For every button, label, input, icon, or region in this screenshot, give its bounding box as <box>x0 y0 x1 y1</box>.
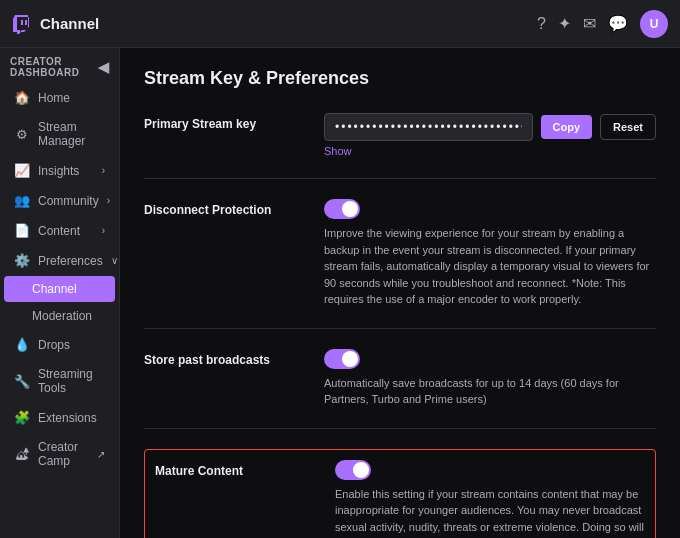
top-nav: Channel ? ✦ ✉ 💬 U <box>0 0 680 48</box>
chevron-icon: › <box>102 225 105 236</box>
sidebar-item-creator-camp[interactable]: 🏕 Creator Camp ↗ <box>4 433 115 475</box>
sidebar-item-label: Home <box>38 91 105 105</box>
store-broadcasts-toggle[interactable] <box>324 349 360 369</box>
sidebar-sub-item-moderation[interactable]: Moderation <box>4 303 115 329</box>
store-broadcasts-description: Automatically save broadcasts for up to … <box>324 375 656 408</box>
chevron-down-icon: ∨ <box>111 255 118 266</box>
reset-button[interactable]: Reset <box>600 114 656 140</box>
home-icon: 🏠 <box>14 90 30 105</box>
copy-button[interactable]: Copy <box>541 115 593 139</box>
avatar[interactable]: U <box>640 10 668 38</box>
setting-stream-key: Primary Stream key Copy Reset Show <box>144 113 656 179</box>
disconnect-content: Improve the viewing experience for your … <box>324 199 656 308</box>
svg-rect-0 <box>25 20 27 25</box>
layout: CREATOR DASHBOARD ◀ 🏠 Home ⚙ Stream Mana… <box>0 48 680 538</box>
sidebar-item-preferences[interactable]: ⚙️ Preferences ∨ <box>4 246 115 275</box>
page-title: Stream Key & Preferences <box>144 68 656 89</box>
setting-store-broadcasts: Store past broadcasts Automatically save… <box>144 349 656 429</box>
sidebar-item-streaming-tools[interactable]: 🔧 Streaming Tools <box>4 360 115 402</box>
toggle-thumb <box>353 462 369 478</box>
sidebar-item-label: Preferences <box>38 254 103 268</box>
store-broadcasts-label: Store past broadcasts <box>144 349 304 408</box>
setting-disconnect-protection: Disconnect Protection Improve the viewin… <box>144 199 656 329</box>
app-title: Channel <box>40 15 99 32</box>
svg-rect-1 <box>21 20 23 25</box>
extensions-icon: 🧩 <box>14 410 30 425</box>
setting-mature-content: Mature Content Enable this setting if yo… <box>144 449 656 539</box>
chevron-icon: › <box>102 165 105 176</box>
toggle-track[interactable] <box>324 199 360 219</box>
disconnect-description: Improve the viewing experience for your … <box>324 225 656 308</box>
sidebar-item-label: Drops <box>38 338 105 352</box>
store-broadcasts-content: Automatically save broadcasts for up to … <box>324 349 656 408</box>
sidebar-item-extensions[interactable]: 🧩 Extensions <box>4 403 115 432</box>
main-content: Stream Key & Preferences Primary Stream … <box>120 48 680 538</box>
help-icon[interactable]: ? <box>537 15 546 33</box>
notification-icon[interactable]: ✦ <box>558 14 571 33</box>
disconnect-toggle[interactable] <box>324 199 360 219</box>
content-icon: 📄 <box>14 223 30 238</box>
twitch-icon <box>12 14 32 34</box>
mature-content-label: Mature Content <box>155 460 315 539</box>
toggle-thumb <box>342 351 358 367</box>
inbox-icon[interactable]: ✉ <box>583 14 596 33</box>
sidebar-item-content[interactable]: 📄 Content › <box>4 216 115 245</box>
sidebar-sub-item-channel[interactable]: Channel <box>4 276 115 302</box>
community-icon: 👥 <box>14 193 30 208</box>
sidebar-item-insights[interactable]: 📈 Insights › <box>4 156 115 185</box>
sidebar-item-label: Streaming Tools <box>38 367 105 395</box>
stream-key-input[interactable] <box>324 113 533 141</box>
streaming-tools-icon: 🔧 <box>14 374 30 389</box>
chat-icon[interactable]: 💬 <box>608 14 628 33</box>
sidebar-item-drops[interactable]: 💧 Drops <box>4 330 115 359</box>
creator-camp-icon: 🏕 <box>14 447 30 462</box>
nav-icons: ? ✦ ✉ 💬 U <box>537 10 668 38</box>
external-link-icon: ↗ <box>97 449 105 460</box>
insights-icon: 📈 <box>14 163 30 178</box>
toggle-track[interactable] <box>324 349 360 369</box>
mature-content-toggle[interactable] <box>335 460 371 480</box>
sidebar: CREATOR DASHBOARD ◀ 🏠 Home ⚙ Stream Mana… <box>0 48 120 538</box>
sidebar-item-label: Extensions <box>38 411 105 425</box>
sidebar-item-home[interactable]: 🏠 Home <box>4 83 115 112</box>
channel-label: Channel <box>32 282 77 296</box>
toggle-track[interactable] <box>335 460 371 480</box>
sidebar-item-stream-manager[interactable]: ⚙ Stream Manager <box>4 113 115 155</box>
nav-logo[interactable]: Channel <box>12 14 99 34</box>
stream-key-row: Copy Reset <box>324 113 656 141</box>
disconnect-label: Disconnect Protection <box>144 199 304 308</box>
show-link[interactable]: Show <box>324 145 352 157</box>
sidebar-item-label: Community <box>38 194 99 208</box>
stream-key-label: Primary Stream key <box>144 113 304 158</box>
stream-manager-icon: ⚙ <box>14 127 30 142</box>
toggle-thumb <box>342 201 358 217</box>
back-icon[interactable]: ◀ <box>98 59 110 75</box>
sidebar-item-label: Creator Camp <box>38 440 89 468</box>
mature-content-description: Enable this setting if your stream conta… <box>335 486 645 539</box>
sidebar-item-community[interactable]: 👥 Community › <box>4 186 115 215</box>
moderation-label: Moderation <box>32 309 92 323</box>
drops-icon: 💧 <box>14 337 30 352</box>
mature-content-content: Enable this setting if your stream conta… <box>335 460 645 539</box>
stream-key-content: Copy Reset Show <box>324 113 656 158</box>
preferences-icon: ⚙️ <box>14 253 30 268</box>
sidebar-item-label: Content <box>38 224 94 238</box>
creator-dashboard-label: CREATOR DASHBOARD <box>10 56 98 78</box>
sidebar-section-header: CREATOR DASHBOARD ◀ <box>0 48 119 82</box>
chevron-icon: › <box>107 195 110 206</box>
sidebar-item-label: Insights <box>38 164 94 178</box>
sidebar-item-label: Stream Manager <box>38 120 105 148</box>
